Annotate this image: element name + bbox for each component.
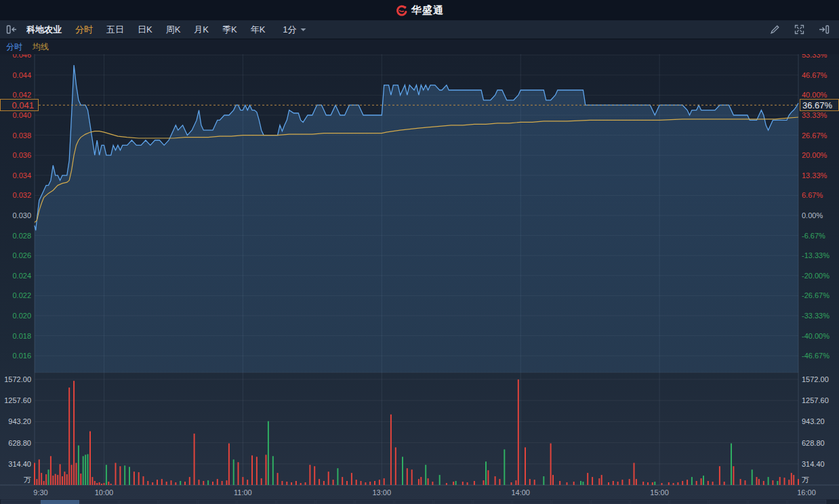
dock-right-icon[interactable] bbox=[819, 24, 830, 35]
volume-bar bbox=[687, 480, 688, 485]
navigator-segment-6[interactable] bbox=[237, 500, 276, 504]
volume-bar bbox=[147, 481, 148, 485]
volume-bar bbox=[238, 462, 239, 485]
volume-bar bbox=[171, 480, 172, 485]
navigator-segment-10[interactable] bbox=[394, 500, 433, 504]
volume-bar bbox=[402, 457, 403, 485]
volume-bar bbox=[161, 479, 163, 485]
volume-bar bbox=[143, 476, 144, 485]
volume-bar bbox=[212, 482, 213, 485]
period-tabs: 分时五日日K周K月K季K年K bbox=[75, 24, 265, 36]
fullscreen-expand-icon[interactable] bbox=[794, 24, 804, 35]
navigator-segment-14[interactable] bbox=[552, 500, 590, 504]
app-title: 华盛通 bbox=[411, 4, 444, 17]
pct-axis-label: -13.33% bbox=[802, 251, 830, 259]
legend-tab-1[interactable]: 均线 bbox=[33, 41, 49, 53]
volume-bar bbox=[66, 474, 68, 485]
period-tab-4[interactable]: 月K bbox=[194, 24, 209, 36]
navigator-segment-19[interactable] bbox=[748, 500, 787, 504]
volume-bar bbox=[763, 481, 764, 485]
volume-bar bbox=[166, 482, 167, 485]
period-tab-1[interactable]: 五日 bbox=[106, 24, 124, 36]
pct-axis-label: 26.67% bbox=[802, 131, 827, 140]
interval-selector[interactable]: 1分 bbox=[283, 24, 306, 36]
volume-bar bbox=[41, 473, 42, 485]
period-tab-3[interactable]: 周K bbox=[166, 24, 181, 36]
volume-bar bbox=[64, 471, 65, 485]
volume-bar bbox=[592, 477, 593, 485]
volume-bar bbox=[89, 432, 91, 485]
volume-bar bbox=[207, 480, 209, 485]
volume-bar bbox=[677, 482, 678, 485]
navigator-segment-5[interactable] bbox=[198, 500, 237, 504]
volume-bar bbox=[617, 482, 619, 485]
volume-axis-label: 314.40 bbox=[802, 460, 825, 468]
stock-name[interactable]: 科地农业 bbox=[26, 24, 62, 36]
volume-axis-label: 943.20 bbox=[8, 417, 31, 425]
period-tab-0[interactable]: 分时 bbox=[75, 24, 93, 36]
navigator-segment-20[interactable] bbox=[787, 500, 826, 504]
volume-bar bbox=[661, 483, 663, 485]
navigator-segment-1[interactable] bbox=[41, 500, 79, 504]
back-to-list-icon[interactable] bbox=[6, 24, 17, 35]
navigator-segment-18[interactable] bbox=[709, 500, 748, 504]
time-axis-label: 11:00 bbox=[234, 488, 252, 497]
price-axis-label: 0.022 bbox=[12, 291, 31, 299]
navigator-segment-11[interactable] bbox=[434, 500, 472, 504]
time-axis-label: 16:00 bbox=[797, 488, 816, 497]
navigator-segment-12[interactable] bbox=[473, 500, 512, 504]
navigator-segment-8[interactable] bbox=[316, 500, 354, 504]
volume-bar bbox=[94, 481, 96, 485]
navigator-segment-15[interactable] bbox=[591, 500, 630, 504]
price-axis-label: 0.042 bbox=[12, 91, 31, 99]
navigator-segment-7[interactable] bbox=[277, 500, 315, 504]
volume-bar bbox=[203, 481, 204, 485]
price-axis-label: 0.044 bbox=[12, 71, 31, 79]
volume-bar bbox=[384, 478, 385, 485]
volume-bar bbox=[567, 482, 568, 485]
pencil-icon[interactable] bbox=[770, 24, 780, 35]
volume-bar bbox=[395, 447, 396, 485]
navigator-segment-9[interactable] bbox=[355, 500, 394, 504]
period-tab-2[interactable]: 日K bbox=[138, 24, 152, 36]
time-axis-label: 9:30 bbox=[33, 488, 47, 497]
volume-bar bbox=[217, 479, 218, 485]
time-axis-label: 14:00 bbox=[511, 488, 530, 497]
navigator-segment-16[interactable] bbox=[630, 500, 669, 504]
volume-bar bbox=[300, 483, 302, 485]
volume-bar bbox=[189, 477, 190, 485]
volume-bar bbox=[87, 454, 89, 485]
pct-axis-label: 40.00% bbox=[802, 91, 827, 99]
volume-bar bbox=[129, 467, 130, 485]
volume-bar bbox=[45, 474, 47, 485]
volume-bar bbox=[543, 476, 544, 485]
volume-bar bbox=[115, 463, 117, 485]
legend-tab-0[interactable]: 分时 bbox=[6, 41, 22, 53]
chevron-down-icon bbox=[300, 28, 306, 32]
navigator-segment-2[interactable] bbox=[80, 500, 119, 504]
time-axis-label: 13:00 bbox=[373, 488, 392, 497]
navigator-segment-0[interactable] bbox=[1, 500, 40, 504]
volume-bar bbox=[432, 482, 433, 485]
volume-bar bbox=[328, 471, 329, 485]
volume-bar bbox=[268, 421, 269, 485]
volume-bar bbox=[673, 483, 674, 485]
volume-bar bbox=[634, 463, 635, 485]
minute-chart-canvas[interactable]: 0.04653.33%0.04446.67%0.04240.00%0.04033… bbox=[0, 0, 839, 504]
period-tab-5[interactable]: 季K bbox=[222, 24, 237, 36]
navigator-segment-3[interactable] bbox=[119, 500, 158, 504]
volume-bar bbox=[104, 483, 105, 485]
navigator-segment-17[interactable] bbox=[670, 500, 708, 504]
volume-bar bbox=[85, 455, 86, 485]
volume-unit-label: 万 bbox=[24, 476, 31, 484]
volume-bar bbox=[34, 463, 35, 485]
chart-toolbar: 科地农业 分时五日日K周K月K季K年K 1分 bbox=[0, 20, 839, 39]
period-tab-6[interactable]: 年K bbox=[251, 24, 266, 36]
volume-bar bbox=[36, 479, 37, 485]
navigator-segment-4[interactable] bbox=[159, 500, 197, 504]
navigator-segment-13[interactable] bbox=[512, 500, 551, 504]
volume-bar bbox=[499, 479, 500, 485]
price-axis-label: 0.034 bbox=[12, 171, 31, 180]
pct-axis-label: -40.00% bbox=[802, 332, 830, 340]
volume-bar bbox=[175, 482, 176, 485]
